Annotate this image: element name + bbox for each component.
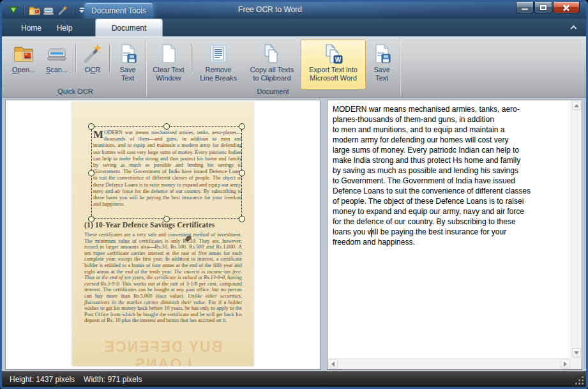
status-height: Height: 1437 pixels (10, 375, 75, 384)
content-area: MODERN war means mechanised armies, tank… (2, 98, 586, 371)
contextual-tab-title: Document Tools (85, 3, 153, 19)
app-window: Document Tools Free OCR to Word HomeHelp… (0, 0, 588, 389)
scroll-down-icon[interactable] (572, 348, 581, 358)
ribbon-group-document: Clear TextWindowRemoveLine BreaksCopy al… (147, 37, 399, 97)
ribbon-button-remove-line-breaks[interactable]: RemoveLine Breaks (193, 40, 243, 89)
ribbon-button-label: SaveText (373, 66, 389, 82)
maximize-button[interactable] (534, 2, 552, 13)
preview-panel: MODERN war means mechanised armies, tank… (5, 100, 320, 370)
tab-home[interactable]: Home (12, 20, 50, 36)
selection-handle[interactable] (239, 123, 245, 130)
copy-pages-icon (261, 43, 283, 65)
ribbon-button-export-text-into-microsoft-word[interactable]: WExport Text intoMicrosoft Word (301, 40, 366, 89)
tab-bar: HomeHelpDocument (12, 19, 163, 36)
collapse-ribbon-icon[interactable] (569, 25, 577, 31)
scan-icon[interactable] (42, 4, 55, 16)
vertical-scrollbar[interactable] (571, 100, 582, 358)
ocr-text-area[interactable]: MODERN war means mechanised armies, tank… (328, 100, 571, 358)
save-text-icon (117, 43, 139, 65)
tab-document[interactable]: Document (95, 19, 163, 36)
horizontal-scrollbar[interactable] (328, 358, 571, 369)
ribbon-groups: Open...Scan...OCRSaveTextQuick OCRClear … (2, 36, 586, 98)
ribbon-button-copy-all-texts-to-clipboard[interactable]: Copy all Textsto Clipboard (243, 40, 301, 89)
clear-page-icon (158, 43, 179, 65)
scan-heading: (1) 10-Year Defence Savings Certificates (84, 221, 244, 229)
window-title: Free OCR to Word (213, 5, 328, 14)
save-text-icon (371, 43, 393, 65)
window-controls (515, 2, 580, 13)
remove-line-breaks-icon (207, 43, 229, 65)
panel-splitter[interactable] (320, 100, 327, 370)
ribbon-button-save-text[interactable]: SaveText (366, 40, 398, 89)
close-button[interactable] (553, 2, 580, 13)
ribbon-button-label: SaveText (119, 66, 135, 82)
ribbon-button-label: Copy all Textsto Clipboard (250, 66, 294, 82)
ribbon-group-label: Document (147, 88, 399, 95)
ribbon-button-clear-text-window[interactable]: Clear TextWindow (148, 40, 189, 89)
ribbon-button-label: Open... (12, 66, 35, 74)
status-bar: Height: 1437 pixels Width: 971 pixels (2, 371, 586, 387)
selection-handle[interactable] (163, 216, 170, 222)
ribbon-button-label: Scan... (46, 66, 68, 74)
close-icon (562, 4, 570, 11)
scroll-right-icon[interactable] (561, 360, 570, 369)
selection-handle[interactable] (239, 216, 245, 222)
ribbon-button-label: Export Text intoMicrosoft Word (309, 66, 358, 82)
toolbar-separator (73, 6, 73, 15)
scanned-document[interactable]: MODERN war means mechanised armies, tank… (72, 102, 253, 366)
selection-handle[interactable] (88, 170, 94, 176)
scroll-left-icon[interactable] (328, 360, 338, 369)
scan-bleedthrough-text: BUY DEFENCE LOANS (72, 339, 253, 366)
ribbon-button-ocr[interactable]: OCR (78, 40, 107, 89)
group-separator (146, 38, 146, 96)
open-folder-icon (13, 43, 34, 65)
status-width: Width: 971 pixels (84, 375, 142, 384)
app-logo-icon[interactable] (7, 4, 20, 16)
magic-wand-icon (82, 43, 103, 65)
resize-grip[interactable] (575, 376, 584, 385)
ocr-text-panel: MODERN war means mechanised armies, tank… (327, 100, 582, 370)
svg-text:W: W (335, 56, 342, 63)
ribbon-button-scan[interactable]: Scan... (40, 40, 73, 89)
toolbar-separator (24, 6, 24, 15)
minimize-button[interactable] (516, 2, 534, 13)
open-icon[interactable] (28, 4, 41, 16)
tab-help[interactable]: Help (50, 20, 79, 36)
ribbon-button-label: Clear TextWindow (153, 66, 184, 82)
ribbon-button-label: OCR (85, 66, 100, 74)
ribbon-button-label: RemoveLine Breaks (200, 66, 237, 82)
quick-access-toolbar (6, 4, 87, 17)
ribbon-group-label: Quick OCR (6, 88, 145, 95)
selection-handle[interactable] (88, 123, 94, 130)
scanner-icon (46, 43, 68, 65)
minimize-icon (522, 8, 528, 10)
ocr-selection-rectangle[interactable] (91, 126, 242, 219)
selection-handle[interactable] (163, 123, 170, 130)
scan-paragraph-2: These certificates are a very safe and c… (84, 232, 242, 324)
group-separator (400, 38, 400, 96)
ribbon-button-open[interactable]: Open... (7, 40, 40, 89)
text-caret (371, 228, 372, 237)
tab-row: HomeHelpDocument (2, 19, 586, 36)
scrollbar-corner (571, 358, 582, 369)
export-word-icon: W (322, 43, 344, 65)
selection-handle[interactable] (239, 170, 245, 176)
maximize-icon (540, 5, 547, 10)
ribbon-button-save-text[interactable]: SaveText (112, 40, 144, 89)
scroll-up-icon[interactable] (572, 101, 581, 111)
ocr-wand-icon[interactable] (56, 4, 69, 16)
button-separator (75, 43, 76, 74)
selection-handle[interactable] (88, 216, 94, 222)
titlebar: Document Tools Free OCR to Word (2, 2, 586, 19)
button-separator (191, 43, 192, 74)
button-separator (109, 43, 110, 74)
ribbon-group-quick-ocr: Open...Scan...OCRSaveTextQuick OCR (6, 37, 145, 97)
